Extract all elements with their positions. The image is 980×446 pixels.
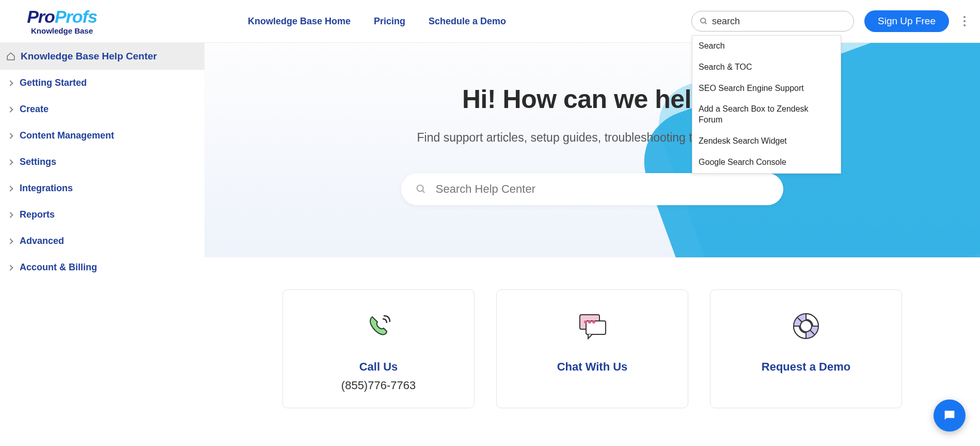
svg-line-3	[422, 191, 424, 193]
card-title: Chat With Us	[557, 360, 628, 374]
suggestion-item[interactable]: Search & TOC	[692, 57, 841, 78]
suggestion-item[interactable]: Zendesk Search Widget	[692, 131, 841, 152]
sidebar-item-advanced[interactable]: Advanced	[0, 228, 204, 254]
signup-free-button[interactable]: Sign Up Free	[864, 10, 949, 32]
logo-pro: Pro	[27, 7, 55, 26]
chevron-right-icon	[7, 80, 13, 86]
logo-text: ProProfs	[27, 8, 97, 25]
card-title: Call Us	[359, 360, 398, 374]
hero: Hi! How can we help? Find support articl…	[204, 43, 980, 257]
svg-point-0	[701, 18, 705, 23]
suggestion-item[interactable]: Google Search Console	[692, 152, 841, 173]
top-nav: Knowledge Base Home Pricing Schedule a D…	[248, 16, 506, 27]
sidebar-item-label: Account & Billing	[20, 262, 97, 273]
hero-search[interactable]	[401, 173, 783, 205]
nav-schedule-demo[interactable]: Schedule a Demo	[429, 16, 506, 27]
search-icon	[700, 17, 708, 25]
sidebar: Knowledge Base Help Center Getting Start…	[0, 43, 204, 446]
card-chat-with-us[interactable]: Chat With Us	[496, 289, 688, 408]
suggestion-item[interactable]: Search	[692, 36, 841, 57]
header: ProProfs Knowledge Base Knowledge Base H…	[0, 0, 980, 43]
chevron-right-icon	[7, 212, 13, 218]
svg-point-6	[584, 320, 587, 324]
card-request-demo[interactable]: Request a Demo	[710, 289, 902, 408]
sidebar-item-account-billing[interactable]: Account & Billing	[0, 254, 204, 281]
header-right: Search Search & TOC SEO Search Engine Su…	[691, 10, 970, 32]
logo-subtitle: Knowledge Base	[31, 26, 93, 35]
card-call-us[interactable]: Call Us (855)776-7763	[282, 289, 475, 408]
chat-widget-button[interactable]	[934, 399, 966, 432]
suggestion-item[interactable]: Add a Search Box to Zendesk Forum	[692, 99, 841, 131]
sidebar-list: Getting Started Create Content Managemen…	[0, 70, 204, 281]
svg-point-7	[588, 320, 591, 324]
nav-kb-home[interactable]: Knowledge Base Home	[248, 16, 351, 27]
lifebuoy-icon	[792, 311, 820, 342]
hero-title: Hi! How can we help?	[462, 84, 722, 114]
chevron-right-icon	[7, 265, 13, 270]
card-phone-number: (855)776-7763	[341, 379, 416, 392]
chevron-right-icon	[7, 186, 13, 191]
contact-cards: Call Us (855)776-7763 Chat With Us	[204, 289, 980, 408]
search-icon	[416, 183, 426, 195]
chat-bubble-icon	[942, 408, 957, 423]
sidebar-item-settings[interactable]: Settings	[0, 149, 204, 175]
svg-line-1	[705, 22, 706, 24]
chevron-right-icon	[7, 238, 13, 244]
sidebar-item-label: Advanced	[20, 236, 64, 247]
chevron-right-icon	[7, 106, 13, 112]
sidebar-item-create[interactable]: Create	[0, 96, 204, 122]
suggestion-item[interactable]: SEO Search Engine Support	[692, 78, 841, 99]
logo[interactable]: ProProfs Knowledge Base	[10, 8, 114, 35]
sidebar-item-integrations[interactable]: Integrations	[0, 175, 204, 202]
sidebar-item-label: Create	[20, 104, 49, 115]
logo-profs: Profs	[55, 7, 97, 26]
sidebar-item-label: Settings	[20, 157, 56, 167]
sidebar-item-label: Reports	[20, 209, 55, 220]
main: Hi! How can we help? Find support articl…	[204, 43, 980, 446]
sidebar-item-getting-started[interactable]: Getting Started	[0, 70, 204, 96]
chevron-right-icon	[7, 133, 13, 139]
sidebar-item-label: Integrations	[20, 183, 73, 194]
more-menu-icon[interactable]	[959, 16, 970, 26]
search-suggestions-dropdown[interactable]: Search Search & TOC SEO Search Engine Su…	[692, 35, 841, 174]
sidebar-item-reports[interactable]: Reports	[0, 202, 204, 228]
sidebar-header[interactable]: Knowledge Base Help Center	[0, 43, 204, 70]
svg-point-8	[592, 320, 595, 324]
svg-point-10	[800, 320, 812, 332]
header-search-input[interactable]	[712, 16, 846, 27]
sidebar-header-label: Knowledge Base Help Center	[21, 51, 157, 62]
sidebar-item-label: Content Management	[20, 130, 114, 141]
header-search[interactable]: Search Search & TOC SEO Search Engine Su…	[691, 11, 854, 32]
svg-point-2	[417, 185, 423, 191]
hero-search-input[interactable]	[436, 182, 769, 196]
card-title: Request a Demo	[762, 360, 850, 374]
home-icon	[6, 52, 15, 61]
phone-icon	[363, 311, 394, 342]
sidebar-item-label: Getting Started	[20, 78, 87, 88]
sidebar-item-content-management[interactable]: Content Management	[0, 122, 204, 149]
nav-pricing[interactable]: Pricing	[374, 16, 405, 27]
chevron-right-icon	[7, 159, 13, 165]
chat-icon	[576, 311, 609, 342]
